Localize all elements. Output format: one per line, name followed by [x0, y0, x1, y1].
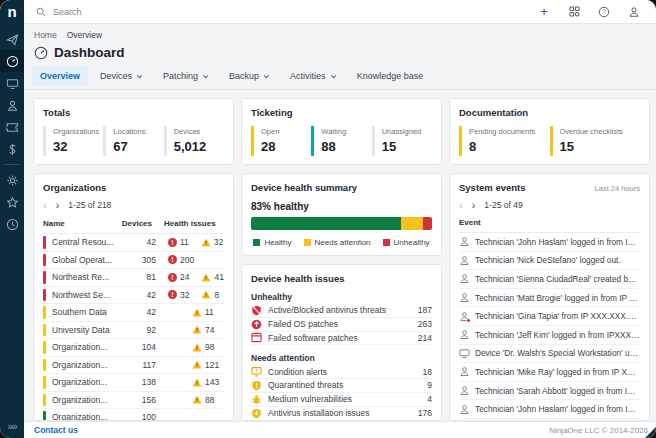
- list-item[interactable]: Antivirus installation issues 176: [251, 407, 432, 420]
- sidebar-item-devices[interactable]: [0, 72, 24, 94]
- technician-icon: [459, 404, 470, 415]
- table-row[interactable]: Global Operat...305!200!: [43, 252, 224, 270]
- warning-count: !8: [201, 290, 219, 300]
- sidebar-item-ticketing[interactable]: [0, 116, 24, 138]
- pagination-label: 1-25 of 49: [484, 200, 522, 210]
- tab-overview[interactable]: Overview: [32, 66, 88, 86]
- search-icon: [36, 7, 46, 17]
- sidebar-item-getting-started[interactable]: [0, 28, 24, 50]
- stat-open-tickets[interactable]: Open28: [251, 126, 311, 156]
- list-item[interactable]: Technician 'John Haslam' logged in from …: [459, 233, 640, 252]
- dashboard-icon: [6, 55, 19, 68]
- sidebar-item-billing[interactable]: [0, 138, 24, 160]
- ninjaone-logo[interactable]: n: [0, 0, 24, 24]
- next-page-icon[interactable]: ›: [472, 201, 476, 209]
- organizations-card: Organizations ‹ › 1-25 of 218 Name Devic…: [33, 173, 234, 421]
- list-item[interactable]: Technician 'Sarah Abbott' logged in from…: [459, 382, 640, 401]
- sidebar-item-administration[interactable]: [0, 169, 24, 191]
- critical-icon: !: [168, 290, 177, 299]
- list-item[interactable]: Failed software patches 214: [251, 332, 432, 346]
- tab-devices[interactable]: Devices: [92, 66, 151, 86]
- table-row[interactable]: Organization...156!!88: [43, 392, 224, 410]
- list-item[interactable]: Failed OS patches 263: [251, 318, 432, 332]
- next-page-icon[interactable]: ›: [56, 201, 60, 209]
- list-item[interactable]: ! Condition alerts 18: [251, 365, 432, 379]
- organizations-title: Organizations: [43, 182, 224, 193]
- technician-icon: [459, 329, 470, 340]
- list-item[interactable]: Quarantined threats 9: [251, 379, 432, 393]
- table-row[interactable]: Central Resou...42!11!32: [43, 234, 224, 252]
- tab-knowledge-base[interactable]: Knowledge base: [349, 66, 432, 86]
- health-summary-title: Device health summary: [251, 182, 432, 193]
- table-row[interactable]: Northwest Se...42!32!8: [43, 287, 224, 305]
- list-item[interactable]: Technician 'Sienna CiudadReal' created b…: [459, 270, 640, 289]
- chevron-down-icon: [202, 73, 209, 80]
- stat-devices[interactable]: Devices5,012: [164, 126, 224, 156]
- warning-icon: !: [192, 378, 202, 387]
- healthy-segment: [251, 217, 401, 230]
- stat-unassigned-tickets[interactable]: Unassigned15: [372, 126, 432, 156]
- warning-icon: !: [201, 273, 211, 282]
- sidebar-item-favorites[interactable]: [0, 191, 24, 213]
- warning-count: !32: [201, 237, 223, 247]
- main-content: Home Overview Dashboard Overview Devices…: [24, 24, 656, 421]
- help-icon[interactable]: ?: [596, 4, 612, 20]
- list-item[interactable]: Technician 'Matt Brogie' logged in from …: [459, 289, 640, 308]
- contact-us-link[interactable]: Contact us: [34, 425, 78, 435]
- critical-icon: !: [168, 255, 177, 264]
- list-item[interactable]: Device 'Dr. Walsh's Special Workstation'…: [459, 345, 640, 364]
- list-item[interactable]: Active/Blocked antivirus threats 187: [251, 304, 432, 318]
- warning-icon: !: [201, 290, 211, 299]
- svg-text:!: !: [206, 293, 208, 299]
- system-events-card: System events Last 24 hours ‹ › 1-25 of …: [449, 173, 650, 421]
- list-item[interactable]: Technician 'Mike Ray' logged in from IP …: [459, 363, 640, 382]
- table-row[interactable]: Organization...138!!143: [43, 374, 224, 392]
- table-row[interactable]: Northeast Re...81!24!41: [43, 269, 224, 287]
- list-item[interactable]: Technician 'John Haslam' logged in from …: [459, 400, 640, 419]
- table-row[interactable]: Southern Data42!!11: [43, 304, 224, 322]
- search-input[interactable]: [51, 6, 251, 18]
- svg-text:!: !: [196, 345, 198, 351]
- stat-overdue-checklists[interactable]: Overdue checklists15: [550, 126, 641, 156]
- stat-locations[interactable]: Locations67: [103, 126, 163, 156]
- list-item[interactable]: Technician 'Nick DeStefano' logged out.: [459, 419, 640, 420]
- prev-page-icon[interactable]: ‹: [459, 201, 463, 209]
- technician-icon: [459, 366, 470, 377]
- svg-text:!: !: [196, 380, 198, 386]
- stat-waiting-tickets[interactable]: Waiting88: [311, 126, 371, 156]
- chevron-down-icon: [136, 73, 143, 80]
- stat-organizations[interactable]: Organizations32: [43, 126, 103, 156]
- resize-handle[interactable]: [645, 427, 656, 438]
- tab-backup[interactable]: Backup: [221, 66, 278, 86]
- list-item[interactable]: Technician 'Nick DeStefano' logged out.: [459, 252, 640, 271]
- tab-patching[interactable]: Patching: [155, 66, 217, 86]
- list-item[interactable]: Technician 'Jeff Kim' logged in from IPX…: [459, 326, 640, 345]
- system-events-title: System events: [459, 182, 526, 193]
- table-row[interactable]: Organization...104!!98: [43, 339, 224, 357]
- billing-icon: [6, 143, 19, 156]
- list-item[interactable]: Medium vulnerabilities 4: [251, 393, 432, 407]
- footer: Contact us NinjaOne LLC © 2014-2026: [24, 421, 656, 438]
- tab-activities[interactable]: Activities: [282, 66, 345, 86]
- sidebar-item-recent[interactable]: [0, 213, 24, 235]
- apps-grid-icon[interactable]: [566, 4, 582, 20]
- events-time-range: Last 24 hours: [595, 184, 640, 193]
- table-row[interactable]: Organization...117!!121: [43, 357, 224, 375]
- plus-icon[interactable]: +: [536, 4, 552, 20]
- sidebar-expand-icon[interactable]: »»: [7, 421, 16, 432]
- stat-pending-documents[interactable]: Pending documents8: [459, 126, 550, 156]
- prev-page-icon[interactable]: ‹: [43, 201, 47, 209]
- sidebar-item-dashboard[interactable]: [0, 50, 24, 72]
- global-search[interactable]: [24, 6, 536, 18]
- warning-icon: !: [192, 360, 202, 369]
- warning-icon: !: [192, 395, 202, 404]
- technician-icon: [459, 385, 470, 396]
- sidebar-item-end-users[interactable]: [0, 94, 24, 116]
- needs-attention-section-label: Needs attention: [251, 353, 432, 363]
- list-item[interactable]: Technician 'Gina Tapia' from IP XXX.XXX.…: [459, 307, 640, 326]
- account-icon[interactable]: [626, 4, 642, 20]
- table-row[interactable]: Organization...100!!: [43, 409, 224, 420]
- breadcrumb-home[interactable]: Home: [34, 30, 57, 40]
- warning-count: !121: [192, 360, 219, 370]
- table-row[interactable]: University Data92!!74: [43, 322, 224, 340]
